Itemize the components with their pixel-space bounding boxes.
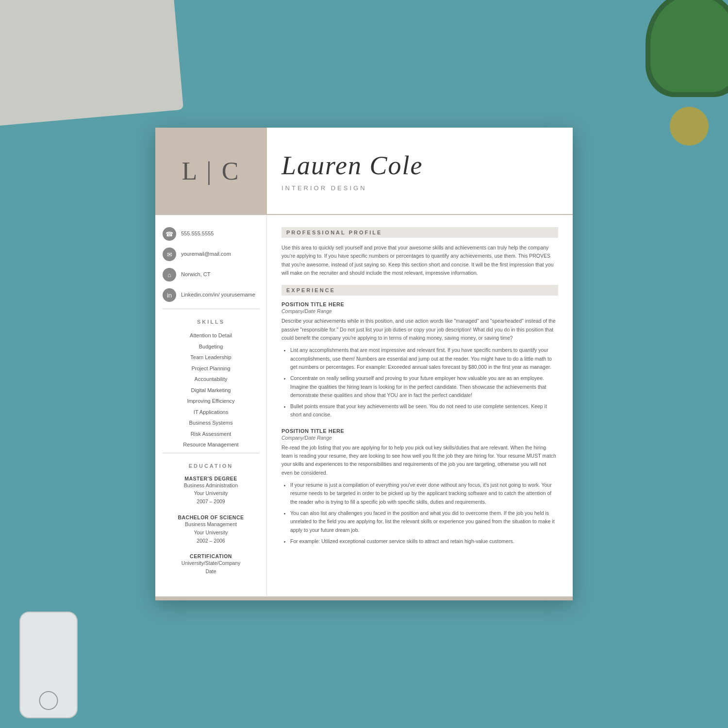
email-icon: ✉ bbox=[163, 248, 176, 261]
edu-degree: BACHELOR OF SCIENCE bbox=[163, 514, 259, 520]
monogram-text: L | C bbox=[182, 157, 241, 185]
monogram-section: L | C bbox=[155, 128, 267, 214]
education-item: CERTIFICATION University/State/Company D… bbox=[163, 553, 259, 576]
bullet-item: List any accomplishments that are most i… bbox=[290, 346, 558, 371]
edu-field: Business Management bbox=[163, 520, 259, 529]
position-company: Company/Date Range bbox=[281, 308, 558, 314]
bullet-item: For example: Utilized exceptional custom… bbox=[290, 537, 558, 546]
bullet-item: You can also list any challenges you fac… bbox=[290, 509, 558, 534]
edu-degree: MASTER'S DEGREE bbox=[163, 476, 259, 481]
paperclips-decoration bbox=[670, 107, 709, 146]
linkedin-contact: in Linkedin.com/in/ yourusername bbox=[163, 288, 259, 302]
phone-icon: ☎ bbox=[163, 227, 176, 241]
experience-block: POSITION TITLE HERE Company/Date Range D… bbox=[281, 301, 558, 419]
bullet-item: If your resume is just a compilation of … bbox=[290, 481, 558, 506]
education-list: MASTER'S DEGREE Business Administration … bbox=[163, 476, 259, 576]
education-item: BACHELOR OF SCIENCE Business Management … bbox=[163, 514, 259, 545]
skill-item: Risk Assessment bbox=[163, 430, 259, 438]
bullet-item: Bullet points ensure that your key achie… bbox=[290, 402, 558, 419]
skills-section-title: SKILLS bbox=[163, 319, 259, 325]
position-title: POSITION TITLE HERE bbox=[281, 428, 558, 434]
education-divider bbox=[163, 453, 259, 453]
email-text: youremail@mail.com bbox=[181, 250, 231, 258]
skills-divider bbox=[163, 309, 259, 309]
skill-item: IT Applications bbox=[163, 408, 259, 416]
edu-years: 2007 – 2009 bbox=[163, 497, 259, 506]
edu-school: Your University bbox=[163, 489, 259, 497]
position-title: POSITION TITLE HERE bbox=[281, 301, 558, 307]
skill-item: Attention to Detail bbox=[163, 331, 259, 340]
position-company: Company/Date Range bbox=[281, 435, 558, 441]
profile-title: PROFESSIONAL PROFILE bbox=[286, 230, 553, 235]
location-contact: ⌂ Norwich, CT bbox=[163, 268, 259, 281]
bullet-item: Concentrate on really selling yourself a… bbox=[290, 374, 558, 399]
experience-block: POSITION TITLE HERE Company/Date Range R… bbox=[281, 428, 558, 546]
skill-item: Budgeting bbox=[163, 343, 259, 351]
experience-section-header: EXPERIENCE bbox=[281, 285, 558, 296]
education-item: MASTER'S DEGREE Business Administration … bbox=[163, 476, 259, 506]
job-title: INTERIOR DESIGN bbox=[281, 184, 558, 192]
email-contact: ✉ youremail@mail.com bbox=[163, 248, 259, 261]
location-icon: ⌂ bbox=[163, 268, 176, 281]
position-description: Re-read the job listing that you are app… bbox=[281, 444, 558, 477]
edu-field: Business Administration bbox=[163, 481, 259, 490]
skills-list: Attention to DetailBudgetingTeam Leaders… bbox=[163, 331, 259, 449]
skill-item: Improving Efficiency bbox=[163, 397, 259, 405]
edu-school: Date bbox=[163, 567, 259, 576]
name-section: Lauren Cole INTERIOR DESIGN bbox=[267, 128, 573, 214]
phone-contact: ☎ 555.555.5555 bbox=[163, 227, 259, 241]
resume-footer bbox=[155, 596, 573, 600]
skill-item: Team Leadership bbox=[163, 353, 259, 362]
education-section-title: EDUCATION bbox=[163, 463, 259, 469]
keyboard-decoration bbox=[0, 0, 183, 127]
experience-list: POSITION TITLE HERE Company/Date Range D… bbox=[281, 301, 558, 546]
resume-body: ☎ 555.555.5555 ✉ youremail@mail.com ⌂ No… bbox=[155, 215, 573, 596]
phone-text: 555.555.5555 bbox=[181, 230, 214, 237]
edu-years: 2002 – 2006 bbox=[163, 537, 259, 545]
skill-item: Digital Marketing bbox=[163, 386, 259, 395]
linkedin-icon: in bbox=[163, 288, 176, 302]
edu-degree: CERTIFICATION bbox=[163, 553, 259, 559]
main-content: PROFESSIONAL PROFILE Use this area to qu… bbox=[267, 215, 573, 596]
sidebar: ☎ 555.555.5555 ✉ youremail@mail.com ⌂ No… bbox=[155, 215, 267, 596]
resume-header: L | C Lauren Cole INTERIOR DESIGN bbox=[155, 128, 573, 215]
edu-school: Your University bbox=[163, 529, 259, 537]
location-text: Norwich, CT bbox=[181, 271, 211, 278]
bullet-list: List any accomplishments that are most i… bbox=[281, 346, 558, 419]
resume-document: L | C Lauren Cole INTERIOR DESIGN ☎ 555.… bbox=[155, 128, 573, 600]
plant-decoration bbox=[645, 0, 728, 97]
skill-item: Accountability bbox=[163, 375, 259, 383]
linkedin-text: Linkedin.com/in/ yourusername bbox=[181, 291, 255, 298]
skill-item: Project Planning bbox=[163, 364, 259, 373]
experience-title: EXPERIENCE bbox=[286, 287, 553, 293]
bullet-list: If your resume is just a compilation of … bbox=[281, 481, 558, 546]
profile-section-header: PROFESSIONAL PROFILE bbox=[281, 227, 558, 238]
skill-item: Resource Management bbox=[163, 441, 259, 449]
position-description: Describe your achievements while in this… bbox=[281, 317, 558, 342]
phone-decoration bbox=[19, 612, 78, 718]
full-name: Lauren Cole bbox=[281, 150, 558, 181]
profile-text: Use this area to quickly sell yourself a… bbox=[281, 244, 558, 277]
skill-item: Business Systems bbox=[163, 419, 259, 427]
edu-field: University/State/Company bbox=[163, 559, 259, 567]
